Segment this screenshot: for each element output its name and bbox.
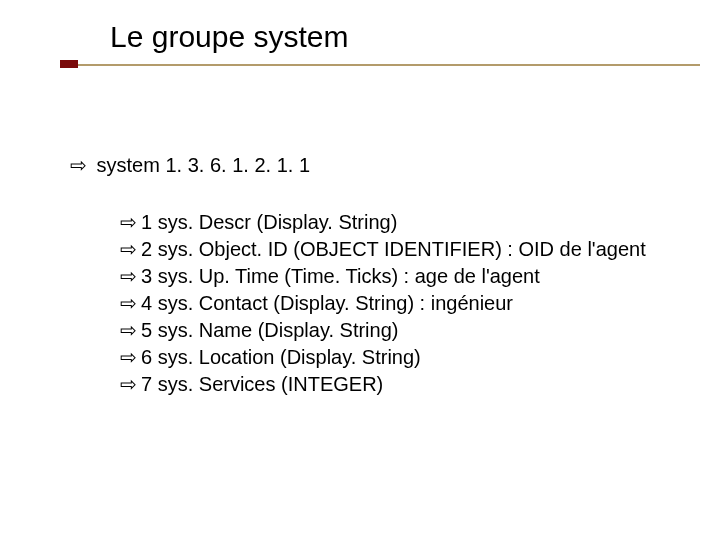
sub-item-text: 2 sys. Object. ID (OBJECT IDENTIFIER) : …	[141, 238, 646, 260]
list-item: ⇨3 sys. Up. Time (Time. Ticks) : age de …	[120, 263, 680, 290]
list-item: ⇨4 sys. Contact (Display. String) : ingé…	[120, 290, 680, 317]
sub-item-text: 1 sys. Descr (Display. String)	[141, 211, 397, 233]
slide: Le groupe system ⇨ system 1. 3. 6. 1. 2.…	[0, 0, 720, 540]
sub-item-text: 5 sys. Name (Display. String)	[141, 319, 398, 341]
arrow-icon: ⇨	[120, 346, 137, 368]
sub-item-text: 4 sys. Contact (Display. String) : ingén…	[141, 292, 513, 314]
sub-list: ⇨1 sys. Descr (Display. String) ⇨2 sys. …	[70, 209, 680, 398]
list-item: ⇨6 sys. Location (Display. String)	[120, 344, 680, 371]
arrow-icon: ⇨	[120, 265, 137, 287]
arrow-icon: ⇨	[120, 292, 137, 314]
title-wrap: Le groupe system	[0, 20, 720, 54]
content: ⇨ system 1. 3. 6. 1. 2. 1. 1 ⇨1 sys. Des…	[0, 72, 720, 398]
arrow-icon: ⇨	[120, 319, 137, 341]
sub-item-text: 6 sys. Location (Display. String)	[141, 346, 421, 368]
list-item: ⇨5 sys. Name (Display. String)	[120, 317, 680, 344]
main-item-text: system 1. 3. 6. 1. 2. 1. 1	[97, 154, 310, 176]
arrow-icon: ⇨	[120, 373, 137, 395]
list-item: ⇨7 sys. Services (INTEGER)	[120, 371, 680, 398]
divider-line	[60, 64, 700, 66]
arrow-icon: ⇨	[120, 211, 137, 233]
list-item: ⇨2 sys. Object. ID (OBJECT IDENTIFIER) :…	[120, 236, 680, 263]
list-item: ⇨1 sys. Descr (Display. String)	[120, 209, 680, 236]
arrow-icon: ⇨	[120, 238, 137, 260]
divider	[60, 62, 700, 72]
list-item: ⇨ system 1. 3. 6. 1. 2. 1. 1	[70, 152, 680, 179]
arrow-icon: ⇨	[70, 154, 87, 176]
sub-item-text: 3 sys. Up. Time (Time. Ticks) : age de l…	[141, 265, 540, 287]
sub-item-text: 7 sys. Services (INTEGER)	[141, 373, 383, 395]
divider-accent	[60, 60, 78, 68]
page-title: Le groupe system	[110, 20, 720, 54]
